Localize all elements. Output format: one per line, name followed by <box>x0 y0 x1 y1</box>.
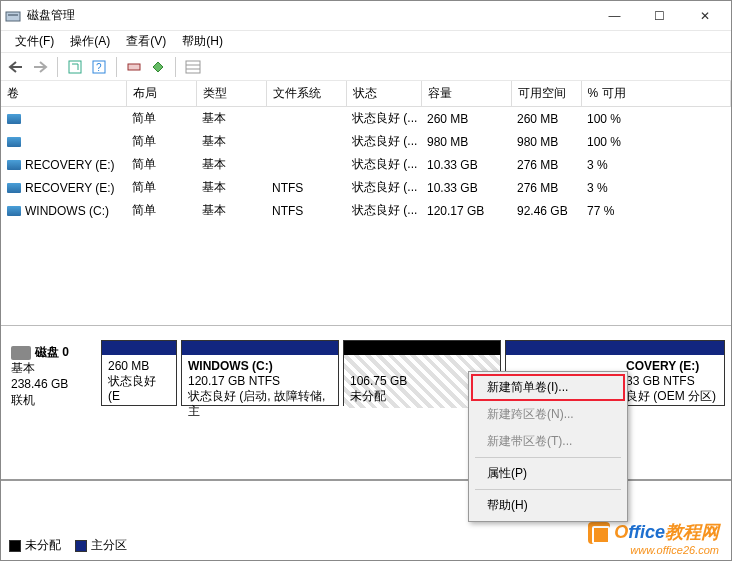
legend-label: 主分区 <box>91 538 127 552</box>
ctx-new-striped-volume: 新建带区卷(T)... <box>471 428 625 455</box>
forward-icon[interactable] <box>31 58 49 76</box>
col-type[interactable]: 类型 <box>196 81 266 107</box>
table-row[interactable]: RECOVERY (E:)简单基本NTFS状态良好 (...10.33 GB27… <box>1 176 731 199</box>
titlebar: 磁盘管理 — ☐ ✕ <box>1 1 731 31</box>
toolbar-divider <box>116 57 117 77</box>
action-icon[interactable] <box>149 58 167 76</box>
col-capacity[interactable]: 容量 <box>421 81 511 107</box>
context-divider <box>475 457 621 458</box>
volume-icon <box>7 160 21 170</box>
svg-rect-1 <box>8 14 18 16</box>
partition[interactable]: WINDOWS (C:)120.17 GB NTFS状态良好 (启动, 故障转储… <box>181 340 339 406</box>
window-title: 磁盘管理 <box>27 7 592 24</box>
app-icon <box>5 8 21 24</box>
partition[interactable]: 260 MB状态良好 (E <box>101 340 177 406</box>
col-status[interactable]: 状态 <box>346 81 421 107</box>
toolbar-divider <box>57 57 58 77</box>
disk-name: 磁盘 0 <box>35 345 69 359</box>
disk-icon <box>11 346 31 360</box>
menu-action[interactable]: 操作(A) <box>62 31 118 52</box>
minimize-button[interactable]: — <box>592 2 637 30</box>
volume-table: 卷 布局 类型 文件系统 状态 容量 可用空间 % 可用 简单基本状态良好 (.… <box>1 81 731 222</box>
menu-help[interactable]: 帮助(H) <box>174 31 231 52</box>
svg-rect-6 <box>186 61 200 73</box>
volume-icon <box>7 183 21 193</box>
back-icon[interactable] <box>7 58 25 76</box>
ctx-new-simple-volume[interactable]: 新建简单卷(I)... <box>471 374 625 401</box>
table-row[interactable]: 简单基本状态良好 (...260 MB260 MB100 % <box>1 107 731 131</box>
col-fs[interactable]: 文件系统 <box>266 81 346 107</box>
help-icon[interactable]: ? <box>90 58 108 76</box>
menu-view[interactable]: 查看(V) <box>118 31 174 52</box>
volume-icon <box>7 114 21 124</box>
partition-header <box>102 341 176 355</box>
legend-label: 未分配 <box>25 538 61 552</box>
col-volume[interactable]: 卷 <box>1 81 126 107</box>
volume-icon <box>7 137 21 147</box>
ctx-help[interactable]: 帮助(H) <box>471 492 625 519</box>
col-pctfree[interactable]: % 可用 <box>581 81 731 107</box>
svg-text:?: ? <box>96 62 102 73</box>
partition-header <box>506 341 724 355</box>
disk-size: 238.46 GB <box>11 376 93 392</box>
disk-type: 基本 <box>11 360 93 376</box>
ctx-new-spanned-volume: 新建跨区卷(N)... <box>471 401 625 428</box>
partition-header <box>344 341 500 355</box>
toolbar: ? <box>1 53 731 81</box>
svg-rect-0 <box>6 12 20 21</box>
menu-file[interactable]: 文件(F) <box>7 31 62 52</box>
table-row[interactable]: 简单基本状态良好 (...980 MB980 MB100 % <box>1 130 731 153</box>
table-row[interactable]: RECOVERY (E:)简单基本状态良好 (...10.33 GB276 MB… <box>1 153 731 176</box>
close-button[interactable]: ✕ <box>682 2 727 30</box>
legend-swatch-primary <box>75 540 87 552</box>
context-menu: 新建简单卷(I)... 新建跨区卷(N)... 新建带区卷(T)... 属性(P… <box>468 371 628 522</box>
partition-header <box>182 341 338 355</box>
menubar: 文件(F) 操作(A) 查看(V) 帮助(H) <box>1 31 731 53</box>
refresh-icon[interactable] <box>66 58 84 76</box>
toolbar-divider <box>175 57 176 77</box>
watermark-url: www.office26.com <box>588 544 719 556</box>
legend-swatch-unallocated <box>9 540 21 552</box>
disk-status: 联机 <box>11 392 93 408</box>
col-layout[interactable]: 布局 <box>126 81 196 107</box>
logo-icon <box>588 522 610 544</box>
ctx-properties[interactable]: 属性(P) <box>471 460 625 487</box>
disk-info[interactable]: 磁盘 0 基本 238.46 GB 联机 <box>7 340 97 473</box>
table-header-row: 卷 布局 类型 文件系统 状态 容量 可用空间 % 可用 <box>1 81 731 107</box>
watermark-logo: OOffice教程网ffice教程网 www.office26.com <box>588 520 719 556</box>
svg-rect-2 <box>69 61 81 73</box>
scan-icon[interactable] <box>125 58 143 76</box>
context-divider <box>475 489 621 490</box>
legend: 未分配 主分区 <box>9 537 127 554</box>
col-free[interactable]: 可用空间 <box>511 81 581 107</box>
maximize-button[interactable]: ☐ <box>637 2 682 30</box>
table-row[interactable]: WINDOWS (C:)简单基本NTFS状态良好 (...120.17 GB92… <box>1 199 731 222</box>
svg-rect-5 <box>128 64 140 70</box>
volume-list: 卷 布局 类型 文件系统 状态 容量 可用空间 % 可用 简单基本状态良好 (.… <box>1 81 731 326</box>
volume-icon <box>7 206 21 216</box>
list-icon[interactable] <box>184 58 202 76</box>
